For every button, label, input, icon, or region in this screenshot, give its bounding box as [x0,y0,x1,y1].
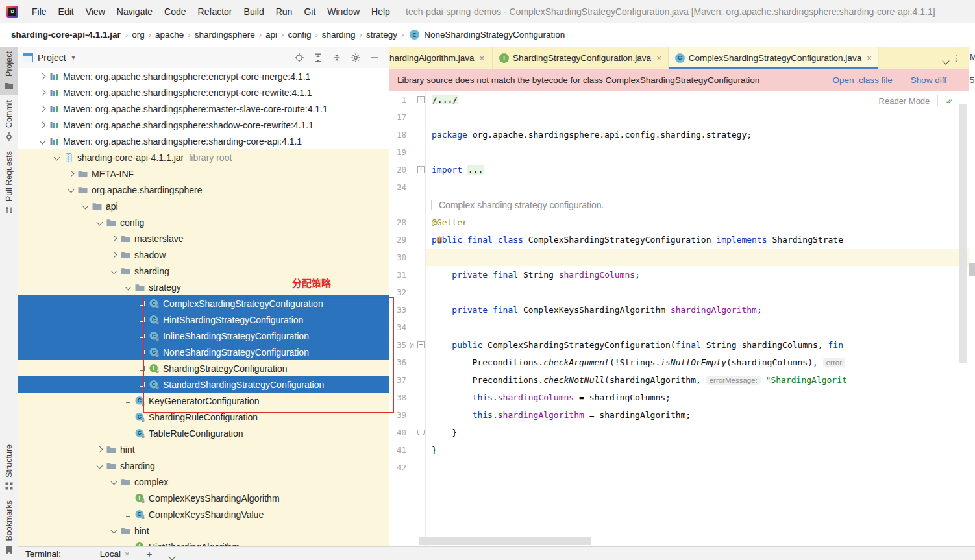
sidebar-item-pull-requests[interactable]: Pull Requests [0,147,18,220]
menu-item-help[interactable]: Help [365,6,396,17]
menu-item-navigate[interactable]: Navigate [111,6,158,17]
expand-all-icon[interactable] [313,53,323,63]
close-icon[interactable]: × [480,53,485,63]
tree-row[interactable]: hint [18,522,389,539]
tree-row[interactable]: IShardingStrategyConfiguration [18,360,389,376]
chevron-right-icon[interactable] [37,104,47,114]
breadcrumb-item[interactable]: org [132,30,145,40]
tree-row[interactable]: CKeyGeneratorConfiguration [18,393,389,409]
intention-bulb-icon[interactable]: u [437,235,442,245]
menu-item-edit[interactable]: Edit [53,6,80,17]
chevron-right-icon[interactable] [37,120,47,130]
breadcrumb-item[interactable]: strategy [366,30,397,40]
tree-row[interactable]: org.apache.shardingsphere [18,182,389,198]
project-panel-title[interactable]: Project [38,53,66,63]
tree-row[interactable]: masterslave [18,230,389,247]
tree-row[interactable]: hint [18,441,389,457]
gear-icon[interactable] [351,53,361,63]
kebab-menu-icon[interactable]: ⋮ [952,53,961,63]
breadcrumb-item[interactable]: sharding-core-api-4.1.1.jar [11,30,121,40]
tree-row[interactable]: CTableRuleConfiguration [18,425,389,441]
terminal-tab[interactable]: Local × [100,549,130,559]
show-diff-link[interactable]: Show diff [911,75,946,85]
tree-row[interactable]: CShardingRuleConfiguration [18,409,389,425]
tree-row[interactable]: Maven: org.apache.shardingsphere:encrypt… [18,68,389,84]
close-icon[interactable]: × [867,53,872,63]
editor-tab[interactable]: hardingAlgorithm.java× [389,47,493,69]
tree-row[interactable]: strategy [18,279,389,295]
breadcrumb-item[interactable]: NoneShardingStrategyConfiguration [424,30,565,40]
new-terminal-button[interactable]: + [147,548,153,559]
close-icon[interactable]: × [125,549,130,559]
menu-item-run[interactable]: Run [270,6,299,17]
sidebar-item-project[interactable]: Project [0,47,18,95]
code-editor[interactable]: 1+/.../1718package org.apache.shardingsp… [389,91,969,547]
chevron-down-icon[interactable] [108,266,119,276]
chevron-down-icon[interactable] [66,185,76,195]
fold-toggle-icon[interactable]: − [415,341,426,348]
chevron-down-icon[interactable] [80,201,90,212]
menu-item-window[interactable]: Window [321,6,365,17]
tree-row[interactable]: CComplexKeysShardingValue [18,506,389,522]
tree-row[interactable]: Maven: org.apache.shardingsphere:shardin… [18,133,389,149]
tree-row[interactable]: config [18,214,389,230]
chevron-down-icon[interactable] [51,152,62,163]
breadcrumb-item[interactable]: config [288,30,311,40]
menu-item-refactor[interactable]: Refactor [192,6,238,17]
menu-item-file[interactable]: File [26,6,53,17]
fold-toggle-icon[interactable]: + [415,166,426,173]
menu-item-git[interactable]: Git [298,6,321,17]
open-class-file-link[interactable]: Open .class file [832,75,892,85]
tree-row[interactable]: CNoneShardingStrategyConfiguration [18,344,389,360]
tree-row[interactable]: CInlineShardingStrategyConfiguration [18,328,389,344]
tree-row[interactable]: sharding [18,263,389,279]
menu-item-view[interactable]: View [80,6,111,17]
chevron-right-icon[interactable] [94,444,105,455]
tree-row[interactable]: CComplexShardingStrategyConfiguration [18,295,389,311]
tree-row[interactable]: Maven: org.apache.shardingsphere:encrypt… [18,84,389,101]
sidebar-item-structure[interactable]: Structure [0,440,18,496]
chevron-down-icon[interactable] [94,461,105,471]
chevron-right-icon[interactable] [37,71,47,82]
chevron-right-icon[interactable] [108,250,119,260]
editor-tab[interactable]: IShardingStrategyConfiguration.java× [493,47,669,69]
breadcrumb-item[interactable]: sharding [322,30,356,40]
breadcrumb-item[interactable]: apache [155,30,184,40]
tree-row[interactable]: META-INF [18,165,389,182]
breadcrumb-item[interactable]: shardingsphere [195,30,255,40]
breadcrumb-item[interactable]: api [265,30,277,40]
collapse-all-icon[interactable] [332,53,342,63]
chevron-down-icon[interactable] [108,477,119,487]
sidebar-item-commit[interactable]: Commit [0,95,18,147]
fold-toggle-icon[interactable]: + [415,96,426,103]
menu-item-build[interactable]: Build [238,6,270,17]
sidebar-item-bookmarks[interactable]: Bookmarks [0,496,18,560]
chevron-down-icon[interactable] [37,136,47,147]
editor-tab[interactable]: CComplexShardingStrategyConfiguration.ja… [669,47,879,69]
chevron-down-icon[interactable] [94,217,105,228]
tree-row[interactable]: complex [18,474,389,490]
tree-row[interactable]: Maven: org.apache.shardingsphere:master-… [18,101,389,117]
terminal-label[interactable]: Terminal: [25,549,61,559]
hide-panel-icon[interactable] [369,53,380,63]
chevron-right-icon[interactable] [66,169,76,179]
locate-file-icon[interactable] [294,53,304,63]
vertical-scrollbar[interactable] [959,104,967,363]
chevron-down-icon[interactable] [123,282,133,293]
double-check-icon[interactable]: ✓✓ [946,96,953,106]
tree-row[interactable]: CHintShardingStrategyConfiguration [18,311,389,328]
chevron-down-icon[interactable] [108,526,119,536]
tree-row[interactable]: Maven: org.apache.shardingsphere:shadow-… [18,117,389,133]
tree-row[interactable]: IComplexKeysShardingAlgorithm [18,490,389,506]
tree-row[interactable]: CStandardShardingStrategyConfiguration [18,376,389,393]
tree-row[interactable]: sharding [18,457,389,474]
menu-item-code[interactable]: Code [158,6,191,17]
project-view-dropdown-icon[interactable]: ▼ [71,55,77,61]
horizontal-scrollbar[interactable] [419,537,591,545]
close-icon[interactable]: × [656,53,661,63]
chevron-right-icon[interactable] [108,234,119,244]
tree-row[interactable]: api [18,198,389,214]
tree-row[interactable]: sharding-core-api-4.1.1.jarlibrary root [18,149,389,165]
tree-row[interactable]: shadow [18,247,389,263]
chevron-right-icon[interactable] [37,88,47,98]
